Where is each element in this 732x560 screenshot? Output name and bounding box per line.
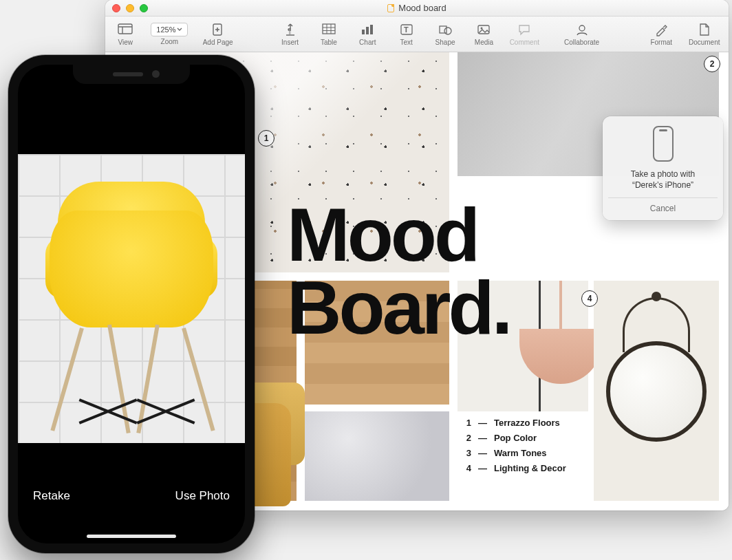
toolbar-text[interactable]: T Text (394, 22, 420, 46)
svg-point-20 (481, 28, 483, 30)
svg-point-21 (579, 25, 585, 31)
retake-button[interactable]: Retake (33, 489, 70, 503)
zoom-value-pill[interactable]: 125% (151, 23, 188, 36)
chart-icon (359, 22, 376, 37)
comment-icon (516, 22, 532, 37)
popover-cancel-button[interactable]: Cancel (608, 197, 718, 216)
image-fur[interactable] (305, 411, 449, 501)
phone-outline-icon (653, 126, 674, 162)
document-heading[interactable]: Mood Board. (287, 198, 510, 343)
svg-rect-0 (118, 24, 132, 34)
close-window-button[interactable] (112, 4, 120, 12)
toolbar-format[interactable]: Format (648, 22, 674, 46)
continuity-camera-popover: Take a photo with “Derek’s iPhone” Cance… (603, 116, 723, 220)
view-icon (117, 22, 133, 37)
titlebar: Mood board (105, 0, 729, 17)
list-item: 1—Terrazzo Floors (463, 416, 566, 431)
toolbar-shape[interactable]: Shape (432, 22, 458, 46)
toolbar-zoom[interactable]: 125% Zoom (151, 23, 188, 45)
document-icon (387, 4, 394, 12)
toolbar-comment[interactable]: Comment (510, 22, 539, 46)
toolbar-add-page[interactable]: Add Page (200, 22, 235, 46)
toolbar-media[interactable]: Media (471, 22, 497, 46)
svg-rect-12 (362, 30, 365, 34)
window-title: Mood board (105, 3, 729, 13)
toolbar-chart[interactable]: Chart (354, 22, 380, 46)
traffic-lights (112, 4, 148, 12)
chevron-down-icon (177, 28, 182, 32)
callout-badge-1[interactable]: 1 (258, 130, 274, 147)
add-page-icon (210, 22, 226, 37)
svg-text:T: T (404, 25, 409, 34)
iphone-device: Retake Use Photo (8, 55, 255, 553)
svg-rect-7 (323, 24, 335, 34)
toolbar-insert[interactable]: ¶ Insert (277, 22, 303, 46)
callout-badge-4[interactable]: 4 (581, 290, 598, 307)
svg-rect-14 (370, 25, 373, 34)
callout-badge-2[interactable]: 2 (704, 56, 720, 72)
format-icon (653, 22, 669, 37)
list-item: 2—Pop Color (463, 431, 566, 446)
use-photo-button[interactable]: Use Photo (175, 489, 230, 503)
document-settings-icon (696, 22, 713, 37)
home-indicator[interactable] (87, 535, 176, 538)
shape-icon (437, 22, 453, 37)
table-icon (321, 22, 337, 37)
camera-photo-preview[interactable] (18, 154, 245, 443)
list-item: 3—Warm Tones (463, 446, 566, 461)
toolbar-view[interactable]: View (112, 22, 138, 46)
text-icon: T (398, 22, 415, 37)
iphone-screen: Retake Use Photo (18, 65, 245, 543)
toolbar-table[interactable]: Table (316, 22, 342, 46)
window-title-text: Mood board (398, 3, 446, 13)
collaborate-icon (574, 22, 590, 37)
popover-message: Take a photo with “Derek’s iPhone” (608, 169, 718, 197)
svg-rect-13 (366, 27, 369, 34)
iphone-notch (73, 65, 190, 84)
media-icon (475, 22, 492, 37)
svg-rect-17 (440, 26, 446, 33)
zoom-window-button[interactable] (140, 4, 148, 12)
list-item: 4—Lighting & Decor (463, 461, 566, 476)
svg-text:¶: ¶ (288, 28, 291, 35)
legend-list[interactable]: 1—Terrazzo Floors 2—Pop Color 3—Warm Ton… (463, 416, 566, 476)
toolbar-document[interactable]: Document (687, 22, 722, 46)
svg-point-18 (444, 28, 451, 34)
image-mirror[interactable] (594, 281, 719, 501)
toolbar-collaborate[interactable]: Collaborate (564, 22, 599, 46)
camera-bottom-bar: Retake Use Photo (18, 461, 245, 543)
toolbar: View 125% Zoom Add Page ¶ Insert (105, 17, 729, 52)
insert-icon: ¶ (282, 22, 299, 37)
minimize-window-button[interactable] (126, 4, 134, 12)
